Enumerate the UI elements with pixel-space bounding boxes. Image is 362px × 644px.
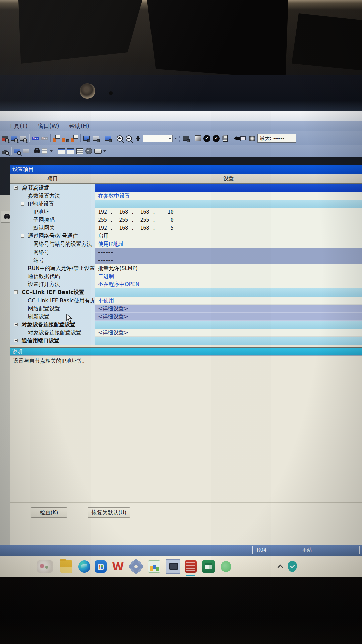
monitor-stop-icon[interactable] [91,134,100,143]
tray-chevron-up-icon[interactable] [278,564,283,569]
online-monitor-icon[interactable] [181,134,190,143]
fit-width-icon[interactable] [133,134,142,143]
detail-setting-link[interactable]: <详细设置> [98,329,128,336]
config-tools-icon[interactable] [84,147,93,155]
tree-item-cclink-settings[interactable]: CC-Link IEF Basic设置 [10,288,95,297]
toolbar-overflow-button[interactable] [173,134,178,142]
setting-value-cell[interactable]: 二进制 [95,272,362,280]
device-display-icon[interactable]: Dev [31,134,40,143]
setting-value-cell[interactable] [95,184,362,192]
collapse-icon[interactable] [14,186,18,190]
settings-gear-icon[interactable] [130,560,142,573]
find-replace-button[interactable] [1,211,10,223]
tree-item-target-device-config-child[interactable]: 对象设备连接配置设置 [10,329,95,337]
tree-item-comm-data-code[interactable]: 通信数据代码 [10,272,95,280]
parameter-check-icon[interactable]: ✔ [212,134,221,143]
cross-reference-icon[interactable] [10,134,19,143]
tree-item-own-node[interactable]: 自节点设置 [10,184,95,192]
list-view-icon[interactable] [75,147,84,155]
tree-item-cclink-use[interactable]: CC-Link IEF Basic使用有无 [10,297,95,305]
monitor-mode-icon[interactable] [82,134,91,143]
gx-works-active-app-icon[interactable] [166,559,180,574]
tree-item-network-station-method[interactable]: 网络号与站号的设置方法 [10,240,95,248]
security-shield-icon[interactable] [288,561,297,572]
gradient-square-icon[interactable] [193,134,202,143]
module-config-icon[interactable] [22,147,31,155]
binoculars-find-icon[interactable] [31,147,40,155]
setting-value-cell[interactable]: 192 . 168 . 168 . 5 [95,224,362,232]
device-display-off-icon[interactable]: Dev [40,134,49,143]
collapse-icon[interactable] [14,323,18,326]
chart-app-icon[interactable] [148,560,160,573]
library-stack-icon[interactable] [93,147,102,155]
setting-value-cell[interactable]: <详细设置> [95,305,362,313]
step-back-icon[interactable] [230,134,239,143]
detail-setting-link[interactable]: <详细设置> [98,313,128,320]
toolbar-overflow-button[interactable] [49,147,54,155]
green-app-icon[interactable] [202,560,215,573]
word-comment-icon[interactable] [57,147,66,155]
check-button[interactable]: 检查(K) [31,507,67,518]
device-memory-icon[interactable] [221,134,230,143]
tree-item-target-device-config[interactable]: 对象设备连接配置设置 [10,321,95,329]
comment-edit-icon[interactable] [61,134,70,143]
toolbar-drag-handle[interactable] [179,135,180,142]
edge-browser-icon[interactable] [78,560,90,573]
collapse-icon[interactable] [21,202,24,206]
collapse-icon[interactable] [14,339,18,342]
tree-item-network-config[interactable]: 网络配置设置 [10,305,95,313]
setting-value-cell[interactable] [95,200,362,208]
weather-widget[interactable] [37,560,53,573]
label-window-icon[interactable] [66,147,75,155]
toolbar-drag-handle[interactable] [55,147,55,155]
setting-value-cell[interactable]: 255 . 255 . 255 . 0 [95,216,362,224]
wechat-icon[interactable] [221,561,231,572]
tree-item-ip-address[interactable]: IP地址 [10,208,95,216]
detail-setting-link[interactable]: <详细设置> [98,305,128,312]
statement-display-icon[interactable] [70,134,79,143]
tree-item-open-method[interactable]: 设置打开方法 [10,280,95,288]
setting-value-cell[interactable]: 不在程序中OPEN [95,280,362,288]
restore-default-button[interactable]: 恢复为默认(U) [88,507,130,518]
tree-item-subnet-mask[interactable]: 子网掩码 [10,216,95,224]
setting-value-cell[interactable] [95,321,362,329]
collapse-icon[interactable] [14,290,18,294]
wps-office-icon[interactable]: W [112,560,124,573]
tree-item-comm-port-settings[interactable]: 通信用端口设置 [10,337,95,345]
setting-value-cell[interactable] [95,337,362,345]
tree-item-param-method[interactable]: 参数设置方法 [10,192,95,200]
device-find-icon[interactable] [19,134,28,143]
red-office-app-icon[interactable] [185,560,197,573]
zoom-in-icon[interactable] [115,134,124,143]
menu-window[interactable]: 窗口(W) [38,122,59,130]
setting-value-cell[interactable]: 启用 [95,232,362,240]
setting-value-cell[interactable]: <详细设置> [95,329,362,337]
flag-icon[interactable] [239,134,248,143]
menu-help[interactable]: 帮助(H) [69,122,89,130]
setting-value-cell[interactable]: 使用IP地址 [95,240,362,248]
setting-value-cell[interactable]: 批量允许(SLMP) [95,264,362,272]
watch-window-icon[interactable] [103,134,112,143]
document-icon[interactable] [40,147,49,155]
tree-item-network-no[interactable]: 网络号 [10,248,95,256]
tree-item-network-no-comm[interactable]: 通过网络号/站号通信 [10,232,95,240]
tree-item-run-write[interactable]: RUN中的写入允许/禁止设置 [10,264,95,272]
program-check-icon[interactable]: ✔ [202,134,212,143]
tree-item-station-no[interactable]: 站号 [10,256,95,264]
snapshot-settings-icon[interactable] [248,134,257,143]
setting-value-cell[interactable] [95,288,362,297]
setting-value-cell[interactable]: 在参数中设置 [95,192,362,200]
find-in-project-icon[interactable] [1,134,10,143]
zoom-level-combobox[interactable] [143,135,173,142]
setting-value-cell[interactable]: 不使用 [95,297,362,305]
setting-value-cell[interactable]: 192 . 168 . 168 . 10 [95,208,362,216]
file-explorer-icon[interactable] [60,560,72,573]
tree-item-ip-settings[interactable]: IP地址设置 [10,200,95,208]
tree-item-refresh-settings[interactable]: 刷新设置 [10,313,95,321]
setting-value-cell[interactable]: <详细设置> [95,313,362,321]
collapse-icon[interactable] [21,234,24,238]
microsoft-store-icon[interactable] [95,560,107,573]
zoom-out-icon[interactable] [124,134,133,143]
comment-display-icon[interactable] [52,134,61,143]
menu-tools[interactable]: 工具(T) [8,122,28,130]
